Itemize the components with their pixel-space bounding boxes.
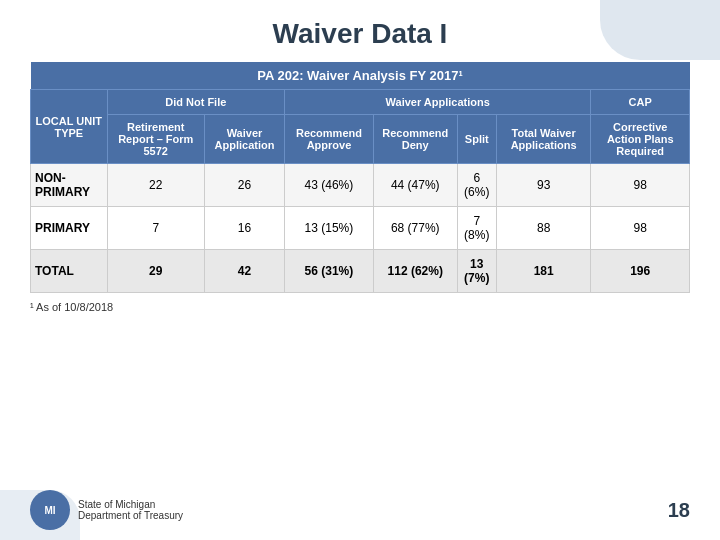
cell-primary-col7: 98 [591, 207, 690, 250]
cell-primary-col2: 16 [204, 207, 284, 250]
col-header-row: Retirement Report – Form 5572 Waiver App… [31, 115, 690, 164]
footnote: ¹ As of 10/8/2018 [0, 293, 720, 317]
bg-decoration-top [600, 0, 720, 60]
row-label-total: TOTAL [31, 250, 108, 293]
cell-primary-col3: 13 (15%) [285, 207, 374, 250]
section-did-not-file: Did Not File [107, 90, 284, 115]
cell-nonpromary-col7: 98 [591, 164, 690, 207]
footer-page-number: 18 [668, 499, 690, 522]
section-waiver-apps: Waiver Applications [285, 90, 591, 115]
table-row-total: TOTAL 29 42 56 (31%) 112 (62%) 13 (7%) 1… [31, 250, 690, 293]
col-corrective-action: Corrective Action Plans Required [591, 115, 690, 164]
footer-logo: MI [30, 490, 70, 530]
cell-total-col7: 196 [591, 250, 690, 293]
row-label-primary: PRIMARY [31, 207, 108, 250]
cell-total-col3: 56 (31%) [285, 250, 374, 293]
section-header-row: LOCAL UNIT TYPE Did Not File Waiver Appl… [31, 90, 690, 115]
table-wrapper: PA 202: Waiver Analysis FY 2017¹ LOCAL U… [0, 62, 720, 293]
col-split: Split [457, 115, 496, 164]
cell-nonpromary-col4: 44 (47%) [373, 164, 457, 207]
cell-nonpromary-col3: 43 (46%) [285, 164, 374, 207]
main-table: PA 202: Waiver Analysis FY 2017¹ LOCAL U… [30, 62, 690, 293]
col-recommend-approve: Recommend Approve [285, 115, 374, 164]
banner-cell: PA 202: Waiver Analysis FY 2017¹ [31, 62, 690, 90]
cell-total-col4: 112 (62%) [373, 250, 457, 293]
banner-row: PA 202: Waiver Analysis FY 2017¹ [31, 62, 690, 90]
col-total-waiver: Total Waiver Applications [496, 115, 591, 164]
cell-total-col1: 29 [107, 250, 204, 293]
col-local-unit-type: LOCAL UNIT TYPE [31, 90, 108, 164]
cell-total-col5: 13 (7%) [457, 250, 496, 293]
section-cap: CAP [591, 90, 690, 115]
cell-nonpromary-col5: 6 (6%) [457, 164, 496, 207]
cell-total-col2: 42 [204, 250, 284, 293]
cell-nonpromary-col6: 93 [496, 164, 591, 207]
cell-primary-col6: 88 [496, 207, 591, 250]
footer-org: State of Michigan Department of Treasury [78, 499, 183, 521]
cell-total-col6: 181 [496, 250, 591, 293]
footer-org-line2: Department of Treasury [78, 510, 183, 521]
table-row: PRIMARY 7 16 13 (15%) 68 (77%) 7 (8%) 88… [31, 207, 690, 250]
col-recommend-deny: Recommend Deny [373, 115, 457, 164]
cell-primary-col4: 68 (77%) [373, 207, 457, 250]
cell-primary-col5: 7 (8%) [457, 207, 496, 250]
col-waiver-application: Waiver Application [204, 115, 284, 164]
footer-left: MI State of Michigan Department of Treas… [30, 490, 183, 530]
row-label-nonpromary: NON-PRIMARY [31, 164, 108, 207]
cell-nonpromary-col1: 22 [107, 164, 204, 207]
cell-nonpromary-col2: 26 [204, 164, 284, 207]
cell-primary-col1: 7 [107, 207, 204, 250]
col-retirement-report: Retirement Report – Form 5572 [107, 115, 204, 164]
footer: MI State of Michigan Department of Treas… [0, 490, 720, 530]
footer-org-line1: State of Michigan [78, 499, 183, 510]
table-row: NON-PRIMARY 22 26 43 (46%) 44 (47%) 6 (6… [31, 164, 690, 207]
